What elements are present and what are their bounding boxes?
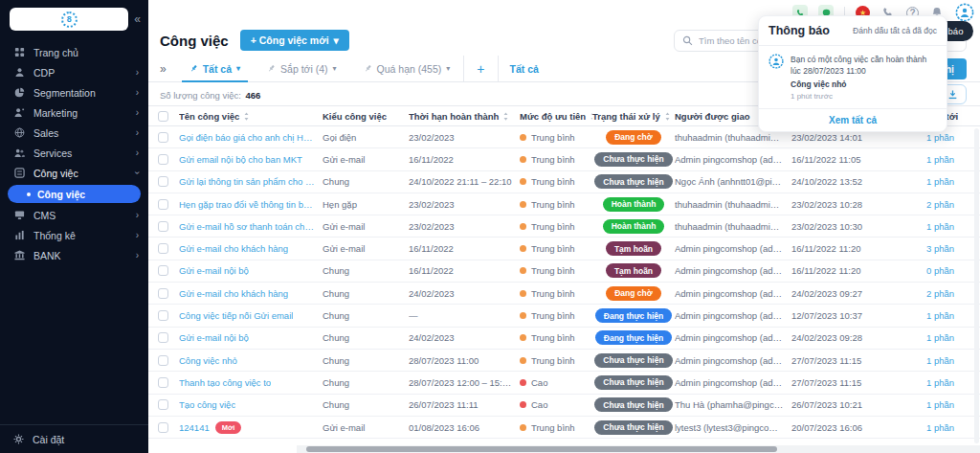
related-link[interactable]: 1 phần: [901, 132, 980, 143]
task-name-link[interactable]: Tạo công việc: [179, 399, 235, 410]
task-name-link[interactable]: Công việc tiếp nối Gửi email: [179, 310, 293, 321]
table-row[interactable]: Công việc nhỏChung28/07/2023 11:00Trung …: [148, 350, 980, 372]
add-tab-button[interactable]: +: [463, 56, 497, 81]
avatar[interactable]: [955, 3, 974, 22]
table-row[interactable]: Tạo công việcChung26/07/2023 11:11CaoChư…: [148, 395, 980, 417]
task-name-link[interactable]: Thanh tạo công việc to: [179, 377, 271, 388]
related-link[interactable]: 3 phần: [901, 243, 980, 254]
sidebar-item-1[interactable]: CDP›: [0, 62, 148, 82]
pin-icon: [267, 64, 276, 73]
table-row[interactable]: Gửi e-mail cho khách hàngChung24/02/2023…: [148, 283, 980, 305]
vertical-scrollbar[interactable]: [974, 128, 979, 443]
task-name-link[interactable]: Hẹn gặp trao đổi về thông tin brochu...: [179, 199, 315, 210]
related-link[interactable]: 1 phần: [901, 377, 980, 388]
task-name-link[interactable]: Gửi e-mail cho khách hàng: [179, 288, 288, 299]
sort-icon[interactable]: [502, 112, 509, 121]
tab-0[interactable]: Tất cả▾: [176, 56, 254, 81]
priority-dot-icon: [520, 357, 526, 364]
task-deadline: 23/02/2023: [409, 132, 520, 143]
view-all-tabs-link[interactable]: Tất cả: [498, 56, 550, 81]
task-priority: Cao: [520, 377, 592, 388]
task-name-link[interactable]: Gọi điện báo giá cho anh chị Hòa (G...: [179, 132, 315, 143]
select-all-checkbox[interactable]: [158, 111, 168, 122]
tab-2[interactable]: Quá hạn (455)▾: [350, 56, 464, 81]
sidebar-item-9[interactable]: Thống kê›: [0, 225, 148, 245]
view-all-notifications-link[interactable]: Xem tất cả: [759, 108, 947, 131]
related-link[interactable]: 1 phần: [901, 154, 980, 165]
row-checkbox[interactable]: [158, 310, 168, 321]
related-link[interactable]: 1 phần: [901, 332, 980, 343]
sidebar-item-5[interactable]: Services›: [0, 143, 148, 163]
related-link[interactable]: 2 phần: [901, 199, 980, 210]
new-task-button[interactable]: + Công việc mới ▾: [240, 30, 349, 51]
table-row[interactable]: Gửi e-mail nội bộChung16/11/2022Trung bì…: [148, 260, 980, 283]
related-link[interactable]: 1 phần: [901, 422, 980, 433]
mark-all-read-link[interactable]: Đánh dấu tất cả đã đọc: [853, 26, 937, 35]
row-checkbox[interactable]: [158, 154, 168, 165]
task-name-link[interactable]: Gửi email nội bộ cho ban MKT: [179, 154, 302, 165]
row-checkbox[interactable]: [158, 332, 168, 343]
sort-icon[interactable]: [664, 112, 671, 121]
sidebar-item-settings[interactable]: Cài đặt: [0, 424, 148, 453]
scrollbar-thumb[interactable]: [306, 446, 777, 452]
table-row[interactable]: Thanh tạo công việc toChung28/07/2023 12…: [148, 372, 980, 394]
monitor-icon: [13, 210, 25, 221]
table-row[interactable]: Hẹn gặp trao đổi về thông tin brochu...H…: [148, 193, 980, 215]
row-checkbox[interactable]: [158, 422, 168, 433]
related-link[interactable]: 1 phần: [901, 221, 980, 232]
expand-tabs-icon[interactable]: »: [148, 62, 176, 76]
row-checkbox[interactable]: [158, 243, 168, 254]
related-link[interactable]: 0 phần: [901, 265, 980, 276]
table-row[interactable]: Công việc tiếp nối Gửi emailChung—Trung …: [148, 305, 980, 327]
table-row[interactable]: Gửi e-mail cho khách hàngGửi e-mail16/11…: [148, 238, 980, 260]
tab-1[interactable]: Sắp tới (4)▾: [254, 56, 350, 81]
sidebar-item-0[interactable]: Trang chủ: [0, 42, 148, 62]
sidebar-item-3[interactable]: Marketing›: [0, 102, 148, 123]
task-deadline: 16/11/2022: [409, 154, 520, 165]
sidebar-item-label: Services: [33, 147, 72, 159]
column-header[interactable]: Thời hạn hoàn thành: [409, 111, 520, 122]
row-checkbox[interactable]: [158, 176, 168, 187]
related-link[interactable]: 1 phần: [901, 310, 980, 321]
task-name-link[interactable]: Gửi e-mail hồ sơ thanh toán cho chị ...: [179, 221, 315, 232]
task-deadline: 16/11/2022: [409, 243, 520, 254]
status-badge: Tạm hoãn: [606, 263, 661, 278]
sidebar-item-4[interactable]: Sales›: [0, 123, 148, 143]
row-checkbox[interactable]: [158, 377, 168, 388]
row-checkbox[interactable]: [158, 265, 168, 276]
horizontal-scrollbar[interactable]: [297, 445, 980, 453]
related-link[interactable]: 2 phần: [901, 288, 980, 299]
sidebar-item-2[interactable]: Segmentation›: [0, 82, 148, 102]
table-row[interactable]: Gửi e-mail nội bộChung24/02/2023Trung bì…: [148, 328, 980, 350]
column-header[interactable]: Mức độ ưu tiên: [520, 111, 592, 122]
row-checkbox[interactable]: [158, 132, 168, 143]
row-checkbox[interactable]: [158, 399, 168, 410]
sidebar-item-8[interactable]: CMS›: [0, 205, 148, 225]
row-checkbox[interactable]: [158, 221, 168, 232]
task-name-link[interactable]: Công việc nhỏ: [179, 355, 237, 366]
task-name-link[interactable]: Gửi e-mail nội bộ: [179, 332, 249, 343]
related-link[interactable]: 1 phần: [901, 176, 980, 187]
sidebar-item-6[interactable]: Công việc›: [0, 163, 148, 183]
sort-icon[interactable]: [243, 112, 250, 121]
table-row[interactable]: Gửi email nội bộ cho ban MKTGửi e-mail16…: [148, 148, 980, 170]
related-link[interactable]: 1 phần: [901, 355, 980, 366]
column-header[interactable]: Tên công việc: [179, 111, 323, 122]
row-checkbox[interactable]: [158, 199, 168, 210]
notification-item[interactable]: Bạn có một công việc cần hoàn thành lúc …: [759, 46, 947, 108]
task-name-link[interactable]: Gửi lại thông tin sản phẩm cho chị Ly: [179, 176, 315, 187]
table-row[interactable]: 124141MớiGửi e-mail01/08/2023 16:06Trung…: [148, 417, 980, 439]
column-header[interactable]: Trạng thái xử lý: [592, 111, 675, 122]
task-name-link[interactable]: Gửi e-mail cho khách hàng: [179, 243, 288, 254]
sidebar-collapse-button[interactable]: «: [134, 12, 141, 26]
task-name-link[interactable]: Gửi e-mail nội bộ: [179, 265, 249, 276]
brand-logo[interactable]: 8: [10, 8, 128, 31]
related-link[interactable]: 1 phần: [901, 399, 980, 410]
table-row[interactable]: Gửi lại thông tin sản phẩm cho chị LyChu…: [148, 171, 980, 193]
sidebar-subitem-cong-viec[interactable]: Công việc: [8, 185, 141, 203]
task-name-link[interactable]: 124141: [179, 422, 210, 433]
row-checkbox[interactable]: [158, 355, 168, 366]
table-row[interactable]: Gửi e-mail hồ sơ thanh toán cho chị ...G…: [148, 215, 980, 238]
sidebar-item-10[interactable]: BANK›: [0, 245, 148, 265]
row-checkbox[interactable]: [158, 288, 168, 299]
